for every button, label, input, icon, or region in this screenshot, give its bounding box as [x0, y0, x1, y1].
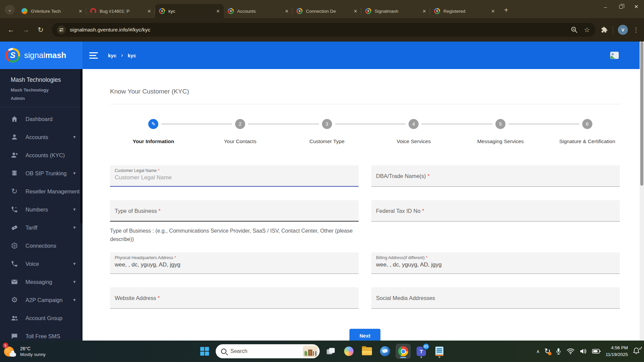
- sidebar-item-voice[interactable]: Voice ▼: [0, 255, 83, 273]
- browser-menu-icon[interactable]: ⋮: [633, 26, 639, 34]
- tab-gventure[interactable]: GVenture Tech ✕: [17, 4, 86, 18]
- notepad-button[interactable]: [432, 344, 446, 358]
- tab-signalmash[interactable]: Signalmash ✕: [361, 4, 430, 18]
- signalmash-logo-icon: S: [5, 48, 20, 63]
- social-media-field[interactable]: Social Media Addresses: [371, 287, 620, 309]
- sidebar-item-accounts[interactable]: Accounts ▼: [0, 128, 83, 146]
- tab-title: Accounts: [237, 9, 284, 14]
- window-controls: – ✕: [598, 0, 644, 13]
- sidebar-item-ob-sip-trunking[interactable]: OB SIP Trunking ▼: [0, 164, 83, 182]
- step-voice-services[interactable]: 4 Voice Services: [370, 119, 457, 144]
- windows-taskbar: 5 26°C Mostly sunny Search: [0, 341, 644, 362]
- battery-icon[interactable]: [592, 348, 601, 354]
- forward-button[interactable]: →: [19, 23, 32, 36]
- network-hexagon-icon: [11, 242, 18, 249]
- tab-search-button[interactable]: ⌄: [5, 5, 15, 15]
- sidebar-item-messaging[interactable]: Messaging ▼: [0, 273, 83, 291]
- tab-close-icon[interactable]: ✕: [146, 8, 152, 14]
- taskbar-clock[interactable]: 4:56 PM 11/19/2025: [605, 345, 628, 358]
- start-button[interactable]: [198, 344, 212, 358]
- page-title: Know Your Customer (KYC): [110, 88, 644, 95]
- dba-trade-name-field[interactable]: DBA/Trade Name(s) *: [371, 165, 620, 187]
- extensions-icon[interactable]: [600, 26, 608, 34]
- teams-button[interactable]: T 45: [414, 344, 428, 358]
- microphone-icon[interactable]: [555, 348, 562, 355]
- toolbar-right: V ⋮: [600, 25, 639, 35]
- tab-close-icon[interactable]: ✕: [421, 8, 427, 14]
- file-explorer-button[interactable]: [360, 344, 374, 358]
- sidebar-item-accounts-kyc[interactable]: Accounts (KYC): [0, 146, 83, 164]
- hq-address-field[interactable]: Physical Headquarters Address * wee, , d…: [110, 252, 359, 274]
- weather-condition: Mostly sunny: [20, 352, 46, 357]
- tab-registered[interactable]: Registered ✕: [430, 4, 499, 18]
- gventure-favicon-icon: [21, 8, 28, 14]
- close-window-button[interactable]: ✕: [629, 0, 644, 13]
- website-address-field[interactable]: Website Address *: [110, 287, 359, 309]
- restore-button[interactable]: [613, 0, 629, 13]
- sidebar-item-account-group[interactable]: Account Group: [0, 309, 83, 327]
- type-of-business-field[interactable]: Type of Business *: [110, 200, 359, 222]
- chrome-button-active[interactable]: [396, 344, 410, 358]
- step-messaging-services[interactable]: 5 Messaging Services: [457, 119, 544, 144]
- sidebar-item-numbers[interactable]: Numbers ▼: [0, 200, 83, 219]
- customer-legal-name-field[interactable]: Customer Legal Name * Customer Legal Nam…: [110, 165, 359, 187]
- hamburger-menu-icon[interactable]: [89, 52, 98, 59]
- sidebar-item-reseller-management[interactable]: ↻ Reseller Management ▼: [0, 182, 83, 200]
- task-view-icon: [327, 348, 335, 355]
- breadcrumb-kyc[interactable]: kyc: [108, 53, 116, 58]
- sidebar-item-connections[interactable]: Connections: [0, 237, 83, 255]
- required-asterisk: *: [158, 295, 160, 301]
- step-customer-type[interactable]: 3 Customer Type: [283, 119, 370, 144]
- federal-tax-id-field[interactable]: Federal Tax ID No *: [371, 200, 620, 222]
- chevron-down-icon: ▼: [72, 171, 76, 176]
- page-scrollbar[interactable]: [640, 42, 644, 341]
- sidebar-item-a2p-campaign[interactable]: ⚙ A2P Campaign ▼: [0, 291, 83, 309]
- step-your-information[interactable]: ✎ Your Information: [110, 119, 197, 144]
- bookmark-star-icon[interactable]: ☆: [584, 26, 590, 34]
- sidebar-item-tariff[interactable]: Tariff ▼: [0, 219, 83, 237]
- tab-connection[interactable]: Connection De ✕: [292, 4, 361, 18]
- minimize-button[interactable]: –: [598, 0, 613, 13]
- thunderbird-button[interactable]: [378, 344, 392, 358]
- task-view-button[interactable]: [324, 344, 338, 358]
- zoom-out-icon[interactable]: [571, 26, 578, 34]
- new-tab-button[interactable]: +: [501, 5, 511, 15]
- kyc-stepper: ✎ Your Information 2 Your Contacts 3 Cus…: [110, 119, 631, 144]
- back-button[interactable]: ←: [5, 23, 17, 36]
- volume-icon[interactable]: [579, 348, 587, 355]
- page-scrollbar-thumb[interactable]: [640, 42, 643, 186]
- broken-avatar-image-icon[interactable]: [610, 52, 619, 59]
- weather-widget[interactable]: 5 26°C Mostly sunny: [3, 345, 46, 358]
- site-settings-icon[interactable]: [57, 25, 66, 34]
- reload-button[interactable]: ↻: [34, 23, 47, 36]
- breadcrumb-kyc-2[interactable]: kyc: [128, 53, 136, 58]
- person-add-icon: [11, 152, 18, 159]
- copilot-button[interactable]: [342, 344, 356, 358]
- tab-close-icon[interactable]: ✕: [353, 8, 359, 14]
- tab-close-icon[interactable]: ✕: [77, 8, 84, 14]
- tray-date: 11/19/2025: [605, 351, 628, 358]
- tab-accounts[interactable]: Accounts ✕: [224, 4, 292, 18]
- signalmash-favicon-icon: [365, 8, 371, 14]
- notification-bell-icon[interactable]: zz: [633, 347, 641, 356]
- update-sync-icon[interactable]: ↻: [544, 348, 550, 355]
- tab-close-icon[interactable]: ✕: [215, 8, 221, 14]
- taskbar-center: Search T 45: [198, 344, 446, 358]
- tray-expand-icon[interactable]: ∧: [536, 349, 540, 354]
- tab-close-icon[interactable]: ✕: [490, 8, 496, 14]
- sidebar-item-dashboard[interactable]: Dashboard: [0, 110, 83, 128]
- tab-close-icon[interactable]: ✕: [284, 8, 290, 14]
- step-signature-certification[interactable]: 6 Signature & Certification: [544, 119, 631, 144]
- tab-bug[interactable]: Bug #14601: P ✕: [86, 4, 155, 18]
- url-text[interactable]: signalmash.gventure.info/#/kyc/kyc: [70, 27, 150, 33]
- profile-avatar[interactable]: V: [618, 25, 628, 35]
- taskbar-search[interactable]: Search: [216, 344, 320, 358]
- sidebar-item-toll-free-sms[interactable]: Toll Free SMS: [0, 327, 83, 341]
- tab-kyc-active[interactable]: kyc ✕: [155, 4, 224, 18]
- address-bar[interactable]: signalmash.gventure.info/#/kyc/kyc ☆: [52, 23, 595, 37]
- wifi-icon[interactable]: [567, 348, 575, 355]
- search-highlight-image[interactable]: [303, 346, 318, 357]
- billing-address-field[interactable]: Billing Address(if different) * wee, , d…: [371, 252, 620, 274]
- next-button[interactable]: Next: [350, 329, 381, 341]
- step-your-contacts[interactable]: 2 Your Contacts: [197, 119, 284, 144]
